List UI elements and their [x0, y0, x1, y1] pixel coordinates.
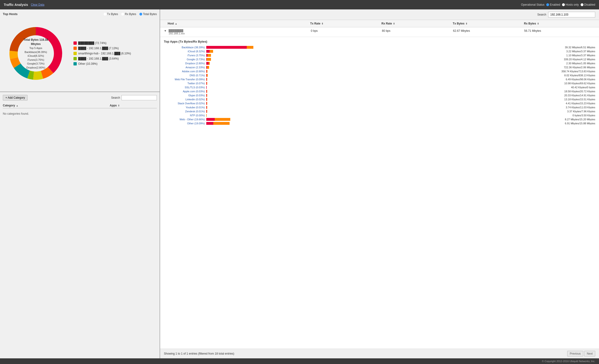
app-bar-container	[206, 106, 564, 109]
app-value-label: 2.30 Mbytes/1.05 Mbytes	[566, 62, 595, 65]
col-apps-header[interactable]: Apps ⇕	[110, 104, 157, 107]
app-bar-rx	[207, 102, 207, 105]
filter-tx-bytes[interactable]: Tx Bytes	[104, 12, 118, 16]
total-bytes-label: Total Bytes	[143, 12, 157, 16]
app-name-label: Web - Other (19.66%)	[164, 118, 206, 121]
app-bar-container	[206, 122, 564, 125]
legend-color-3	[73, 52, 77, 55]
app-bar-tx	[206, 46, 247, 49]
categories-search-input[interactable]	[122, 95, 157, 100]
app-bar-container	[206, 50, 565, 53]
clear-data-link[interactable]: Clear Data	[31, 3, 44, 6]
host-row: ▼ ████████ 192.168.1.xxx 0 bps 80 bps 62…	[160, 27, 599, 37]
app-bar-row: iCloud (8.32%)3.22 Mbytes/3.37 Mbytes	[164, 50, 595, 53]
no-categories-message: No categories found.	[3, 108, 157, 119]
disabled-radio-icon	[581, 3, 583, 6]
app-name-label: iTunes (3.75%)	[164, 54, 206, 57]
category-col-label: Category	[3, 104, 15, 107]
operational-status-label: Operational Status	[521, 3, 544, 6]
app-bar-rx	[210, 50, 213, 53]
rx-bytes-col-label: Rx Bytes	[524, 22, 536, 25]
tx-rate-sort-icon: ⇕	[321, 22, 323, 25]
legend-label-4: ████ - 192.168.1.███ (3.64%)	[78, 57, 119, 60]
app-bar-row: Zendesk (0.01%)3.37 Kbytes/7.96 Kbytes	[164, 110, 595, 113]
col-tx-bytes-header[interactable]: Tx Bytes ⇕	[453, 22, 524, 25]
apps-sort-icon: ⇕	[118, 104, 120, 107]
col-category-header[interactable]: Category ▲	[3, 104, 110, 107]
host-expand-icon[interactable]: ▼	[164, 29, 168, 33]
category-sort-icon: ▲	[16, 104, 18, 107]
col-host-header[interactable]: Host ▲	[168, 22, 310, 25]
right-search-input[interactable]	[548, 12, 595, 18]
rx-bytes-sort-icon: ⇕	[537, 22, 539, 25]
app-value-label: 358.74 Kbytes/713.83 Kbytes	[561, 70, 595, 73]
legend-item-2: ████ - 192.168.1.███ (7.13%)	[73, 47, 131, 50]
col-rx-rate-header[interactable]: Rx Rate ⇕	[381, 22, 453, 25]
bottom-bar: © Copyright 2012-2016 Ubiquiti Networks,…	[0, 358, 599, 364]
tx-bytes-sort-icon: ⇕	[466, 22, 467, 25]
tx-rate-col-label: Tx Rate	[310, 22, 320, 25]
app-bar-rx	[207, 58, 211, 61]
app-bar-row: Other (19.09%)6.91 Mbytes/15.88 Mbytes	[164, 122, 595, 125]
host-ip: 192.168.1.xxx	[168, 32, 311, 35]
filter-rx-bytes[interactable]: Rx Bytes	[121, 12, 136, 16]
app-value-label: 339.20 Kbytes/4.12 Mbytes	[564, 58, 595, 61]
status-disabled[interactable]: Disabled	[581, 3, 595, 6]
app-name-label: Twitter (0.07%)	[164, 82, 206, 85]
next-button[interactable]: Next	[584, 351, 595, 356]
status-hosts-only[interactable]: Hosts only	[562, 3, 579, 6]
app-bar-rx	[206, 114, 207, 117]
app-bar-rx	[207, 70, 207, 73]
app-bar-row: Google (3.73%)339.20 Kbytes/4.12 Mbytes	[164, 58, 595, 61]
status-enabled[interactable]: Enabled	[546, 3, 560, 6]
app-bar-rx	[207, 54, 211, 57]
host-tx-bytes: 62.67 Mbytes	[453, 29, 524, 33]
app-bar-row: Stack Overflow (0.02%)4.41 Kbytes/15.23 …	[164, 102, 595, 105]
app-value-label: 1.10 Mbytes/3.37 Mbytes	[566, 54, 595, 57]
col-tx-rate-header[interactable]: Tx Rate ⇕	[310, 22, 381, 25]
apps-col-label: Apps	[110, 104, 117, 107]
app-bar-tx	[206, 122, 213, 125]
disabled-label: Disabled	[584, 3, 595, 6]
app-name-label: Amazon (2.33%)	[164, 66, 206, 69]
tx-bytes-col-label: Tx Bytes	[453, 22, 465, 25]
app-bar-row: Linkedin (0.02%)13.18 Kbytes/15.51 Kbyte…	[164, 98, 595, 101]
host-name-blurred: ████████	[168, 29, 311, 32]
app-bar-tx	[206, 50, 210, 53]
donut-chart: Total Bytes 119.38 Mbytes Top 5 Apps Bac…	[3, 20, 69, 86]
apps-container: Backblaze (38.39%)39.32 Mbytes/6.51 Mbyt…	[164, 46, 595, 125]
filter-total-bytes[interactable]: Total Bytes	[139, 12, 157, 16]
top-apps-title: Top Apps (Tx Bytes/Rx Bytes)	[164, 40, 595, 43]
app-bar-rx	[207, 106, 207, 109]
top-hosts-section: Top Hosts Tx Bytes Rx Bytes Total Byt	[0, 9, 160, 92]
app-value-label: 8.02 Kbytes/838.13 Kbytes	[564, 74, 595, 77]
rx-rate-col-label: Rx Rate	[381, 22, 392, 25]
app-bar-row: Glype (0.03%)20.33 Kbytes/14.91 Kbytes	[164, 94, 595, 97]
app-name-label: Web File Transfer (0.09%)	[164, 78, 206, 81]
legend-item-4: ████ - 192.168.1.███ (3.64%)	[73, 57, 131, 60]
host-info: ████████ 192.168.1.xxx	[168, 29, 311, 35]
legend-color-1	[73, 41, 77, 45]
legend-label-5: Other (10.39%)	[78, 62, 97, 65]
rx-bytes-label: Rx Bytes	[125, 12, 136, 16]
app-bar-container	[206, 94, 563, 97]
app-bar-container	[206, 86, 570, 89]
app-bar-rx	[207, 66, 209, 69]
app-bar-row: Backblaze (38.39%)39.32 Mbytes/6.51 Mbyt…	[164, 46, 595, 49]
app-name-label: Stack Overflow (0.02%)	[164, 102, 206, 105]
app-name-label: Google (3.73%)	[164, 58, 206, 61]
categories-toolbar: + Add Category Search	[3, 95, 157, 100]
app-value-label: 3.22 Mbytes/3.37 Mbytes	[566, 50, 595, 53]
app5: Dropbox(2.80%)	[19, 65, 52, 70]
add-category-button[interactable]: + Add Category	[3, 95, 27, 100]
tx-bytes-radio	[104, 13, 106, 16]
previous-button[interactable]: Previous	[567, 351, 583, 356]
copyright-text: © Copyright 2012-2016 Ubiquiti Networks,…	[542, 360, 595, 363]
app-bar-rx	[209, 62, 210, 65]
top-hosts-header: Top Hosts Tx Bytes Rx Bytes Total Byt	[3, 12, 157, 16]
header: Traffic Analysis Clear Data Operational …	[0, 0, 599, 9]
col-rx-bytes-header[interactable]: Rx Bytes ⇕	[524, 22, 595, 25]
enabled-radio-icon	[546, 3, 549, 6]
app-bar-rx	[215, 118, 230, 121]
app-bar-row: Amazon (2.33%)722.36 Kbytes/2.06 Mbytes	[164, 66, 595, 69]
